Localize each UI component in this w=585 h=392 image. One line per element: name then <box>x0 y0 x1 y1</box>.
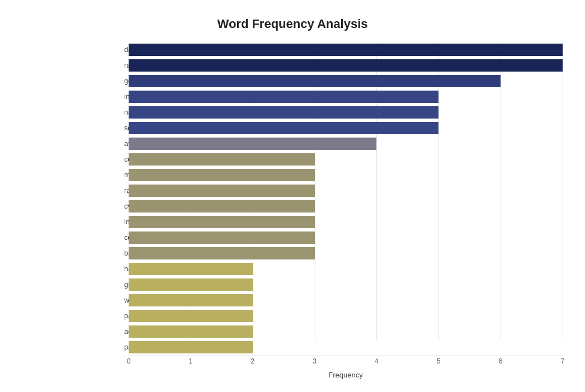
x-tick: 1 <box>189 357 193 365</box>
chart-title: Word Frequency Analysis <box>22 17 563 31</box>
chart-bars-area: dataransomwaregovernmentindonesiasnation… <box>129 42 563 356</box>
bar-row: center <box>129 152 563 167</box>
bar-label: bank <box>124 249 129 257</box>
bar-row: bank <box>129 246 563 261</box>
bar-label: national <box>124 108 129 116</box>
x-tick: 0 <box>127 357 131 365</box>
bar-label: wont <box>124 296 129 304</box>
bar-row: ransom <box>129 183 563 198</box>
bar-label: million <box>124 171 129 179</box>
bar-row: million <box>129 168 563 182</box>
x-tick: 6 <box>499 357 503 365</box>
bar-fill <box>129 185 315 197</box>
bar-label: ransomware <box>124 62 129 69</box>
bar-label: company <box>124 234 129 242</box>
bar-label: group <box>124 281 129 289</box>
bar-label: government <box>124 77 129 85</box>
bar-fill <box>129 325 253 338</box>
bar-fill <box>129 59 563 72</box>
bar-label: pay <box>124 312 129 320</box>
bar-fill <box>129 44 563 56</box>
bar-row: national <box>129 105 563 120</box>
bar-fill <box>129 247 315 259</box>
x-tick: 5 <box>437 357 441 365</box>
bar-label: data <box>124 46 129 54</box>
bar-row: cyberattack <box>129 199 563 214</box>
bar-fill <box>129 294 253 306</box>
bar-fill <box>129 106 438 119</box>
x-tick: 3 <box>313 357 317 365</box>
bar-row: wont <box>129 293 563 308</box>
bar-label: ransom <box>124 187 129 195</box>
bar-row: group <box>129 277 563 292</box>
bar-row: informatics <box>129 215 563 229</box>
bar-fill <box>129 91 438 103</box>
bar-fill <box>129 278 253 291</box>
bar-row: service <box>129 121 563 135</box>
bar-fill <box>129 232 315 244</box>
bar-row: pay <box>129 309 563 323</box>
bar-fill <box>129 341 253 353</box>
bar-label: pangerapan <box>124 343 129 351</box>
bar-label: hack <box>124 265 129 273</box>
bar-label: agencies <box>124 328 129 336</box>
x-tick: 2 <box>251 357 254 365</box>
bar-label: center <box>124 155 129 163</box>
bar-row: data <box>129 42 563 57</box>
bar-fill <box>129 153 315 166</box>
bar-label: informatics <box>124 218 129 226</box>
bar-row: hack <box>129 262 563 276</box>
bar-row: indonesias <box>129 89 563 104</box>
bar-fill <box>129 122 438 134</box>
bar-fill <box>129 310 253 322</box>
x-axis-label: Frequency <box>129 371 563 379</box>
bar-row: company <box>129 230 563 245</box>
bar-fill <box>129 75 501 87</box>
bar-fill <box>129 138 376 150</box>
bar-row: agencies <box>129 324 563 339</box>
bar-fill <box>129 200 315 212</box>
chart-container: Word Frequency Analysis dataransomwarego… <box>0 0 585 392</box>
bar-row: government <box>129 74 563 88</box>
bar-label: service <box>124 124 129 132</box>
bar-fill <box>129 169 315 181</box>
x-tick: 4 <box>375 357 379 365</box>
bar-row: ransomware <box>129 58 563 73</box>
bar-fill <box>129 263 253 275</box>
x-tick: 7 <box>561 357 565 365</box>
bar-label: indonesias <box>124 93 129 101</box>
bar-fill <box>129 216 315 228</box>
bar-label: attack <box>124 140 129 148</box>
bar-row: pangerapan <box>129 340 563 355</box>
bar-row: attack <box>129 136 563 151</box>
bar-label: cyberattack <box>124 202 129 210</box>
